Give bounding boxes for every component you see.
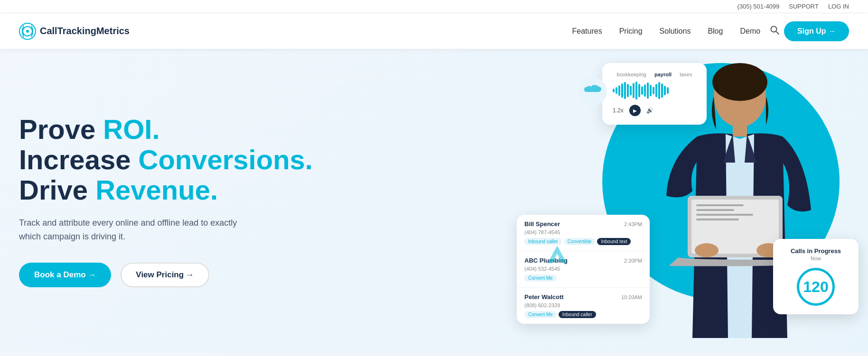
call-tags-3: Convert Me Inbound caller	[524, 311, 642, 318]
progress-count: 120	[803, 278, 828, 296]
svg-line-4	[776, 32, 779, 35]
nav-solutions[interactable]: Solutions	[660, 27, 691, 36]
call-row-3: Peter Walcott 10:20AM (808) 602-2329 Con…	[517, 288, 650, 324]
hero-title: Prove ROI. Increase Conversions. Drive R…	[19, 114, 313, 205]
search-icon[interactable]	[770, 25, 779, 37]
hero-content: Prove ROI. Increase Conversions. Drive R…	[19, 114, 313, 287]
svg-rect-12	[696, 214, 753, 216]
logo-text: CallTrackingMetrics	[40, 26, 130, 37]
svg-point-14	[695, 243, 719, 257]
tag: Inbound caller	[559, 311, 596, 318]
waveform-bar	[633, 83, 635, 98]
label-payroll: payroll	[654, 72, 672, 77]
hero-buttons: Book a Demo → View Pricing →	[19, 263, 313, 287]
svg-rect-16	[550, 259, 564, 262]
progress-subtitle: Now	[784, 256, 848, 261]
logo-icon	[19, 23, 36, 40]
waveform-bar	[655, 84, 657, 97]
progress-title: Calls in Progress	[784, 247, 848, 255]
logo[interactable]: CallTrackingMetrics	[19, 23, 130, 40]
audio-controls[interactable]: 1.2x ▶ 🔊	[613, 105, 696, 116]
calls-card: Bill Spencer 2:43PM (404) 787-4545 Inbou…	[517, 215, 650, 324]
signup-button[interactable]: Sign Up →	[784, 21, 849, 41]
call-row-2: ABC Plumbing 2:20PM (404) 532-4545 Conve…	[517, 251, 650, 288]
waveform-bar	[630, 86, 632, 95]
call-time-2: 2:20PM	[624, 258, 642, 264]
volume-icon[interactable]: 🔊	[646, 107, 653, 114]
call-name-1: Bill Spencer	[524, 220, 560, 228]
google-ads-icon	[545, 243, 569, 267]
svg-point-2	[26, 30, 29, 33]
svg-rect-7	[733, 122, 747, 137]
waveform-bar	[618, 85, 620, 96]
waveform-bar	[667, 87, 669, 94]
waveform-bar	[644, 84, 646, 97]
top-bar: (305) 501-4099 SUPPORT LOG IN	[0, 0, 868, 13]
waveform-bar	[653, 87, 654, 94]
view-pricing-button[interactable]: View Pricing →	[121, 263, 209, 287]
calls-in-progress-card: Calls in Progress Now 120	[773, 239, 859, 314]
call-time-3: 10:20AM	[621, 294, 642, 300]
call-tags-2: Convert Me	[524, 274, 642, 282]
ads-icon-svg	[545, 243, 569, 267]
navbar: CallTrackingMetrics Features Pricing Sol…	[0, 13, 868, 49]
hero-line3-normal: Drive	[19, 174, 95, 205]
label-taxes: taxes	[680, 72, 692, 77]
waveform-bar	[647, 82, 649, 99]
waveform-bar	[650, 85, 652, 96]
waveform-bar	[658, 82, 660, 99]
waveform-bar	[635, 82, 637, 100]
phone-number: (305) 501-4099	[737, 3, 779, 10]
hero-visuals: bookkeeping payroll taxes 1.2x ▶ 🔊 Bill …	[479, 49, 868, 353]
hero-subtitle: Track and attribute every online and off…	[19, 216, 256, 244]
svg-rect-10	[696, 204, 744, 206]
salesforce-icon	[584, 85, 601, 98]
call-name-3: Peter Walcott	[524, 293, 564, 301]
progress-circle: 120	[797, 268, 835, 306]
waveform-bar	[661, 83, 663, 98]
tag: Inbound text	[597, 238, 631, 245]
hero-line1: Prove ROI.	[19, 114, 160, 145]
audio-labels: bookkeeping payroll taxes	[613, 72, 696, 77]
svg-point-3	[771, 27, 777, 32]
hero-line2-accent: Conversions.	[139, 144, 313, 175]
call-tags-1: Inbound caller Convertible Inbound text	[524, 238, 642, 245]
call-row-1: Bill Spencer 2:43PM (404) 787-4545 Inbou…	[517, 215, 650, 251]
svg-rect-11	[696, 209, 734, 211]
waveform-bar	[624, 82, 626, 99]
hero-line3: Drive Revenue.	[19, 174, 218, 205]
label-bookkeeping: bookkeeping	[617, 72, 646, 77]
nav-blog[interactable]: Blog	[708, 27, 723, 36]
nav-links: Features Pricing Solutions Blog Demo	[572, 27, 761, 36]
waveform-bar	[627, 84, 629, 97]
hero-line2: Increase Conversions.	[19, 144, 313, 175]
waveform-bar	[613, 89, 615, 92]
support-link[interactable]: SUPPORT	[789, 3, 819, 10]
nav-pricing[interactable]: Pricing	[619, 27, 643, 36]
hero-line2-normal: Increase	[19, 144, 139, 175]
svg-rect-13	[696, 219, 739, 220]
waveform-bar	[638, 84, 640, 97]
audio-waveform	[613, 81, 696, 100]
call-number-3: (808) 602-2329	[524, 302, 642, 308]
hero-line1-accent: ROI.	[103, 114, 159, 145]
call-number-2: (404) 532-4545	[524, 266, 642, 272]
nav-features[interactable]: Features	[572, 27, 602, 36]
nav-demo[interactable]: Demo	[740, 27, 760, 36]
call-number-1: (404) 787-4545	[524, 229, 642, 235]
hero-line1-normal: Prove	[19, 114, 103, 145]
book-demo-button[interactable]: Book a Demo →	[19, 263, 111, 287]
svg-point-6	[712, 63, 767, 101]
playback-speed: 1.2x	[613, 107, 624, 114]
salesforce-bubble	[579, 77, 607, 106]
play-button[interactable]: ▶	[629, 105, 641, 116]
waveform-bar	[621, 83, 623, 98]
call-time-1: 2:43PM	[624, 221, 642, 227]
login-link[interactable]: LOG IN	[828, 3, 849, 10]
tag: Convert Me	[524, 311, 557, 318]
audio-card: bookkeeping payroll taxes 1.2x ▶ 🔊	[602, 63, 707, 125]
hero-line3-accent: Revenue.	[95, 174, 218, 205]
waveform-bar	[664, 86, 666, 95]
hero-section: Prove ROI. Increase Conversions. Drive R…	[0, 49, 868, 353]
tag: Convert Me	[524, 274, 557, 282]
